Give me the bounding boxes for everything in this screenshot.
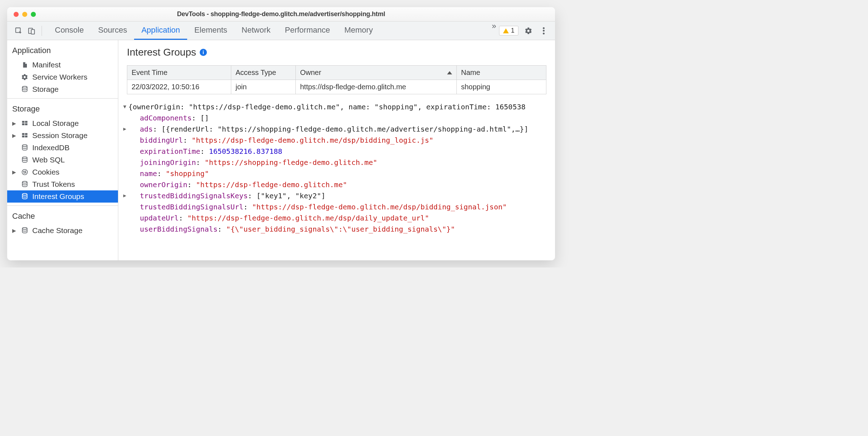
svg-rect-4: [22, 121, 25, 123]
svg-point-12: [22, 145, 27, 147]
device-toolbar-icon[interactable]: [26, 25, 37, 37]
info-icon[interactable]: i: [200, 49, 207, 56]
tab-memory[interactable]: Memory: [337, 22, 380, 40]
svg-point-13: [22, 157, 27, 159]
minimize-window-button[interactable]: [22, 12, 27, 17]
sidebar-item-label: Trust Tokens: [32, 180, 75, 189]
sidebar-item-label: Session Storage: [32, 131, 87, 140]
content-area: ApplicationManifestService WorkersStorag…: [7, 40, 555, 260]
more-options-icon[interactable]: [539, 26, 549, 35]
close-window-button[interactable]: [14, 12, 19, 17]
devtools-window: DevTools - shopping-fledge-demo.glitch.m…: [7, 7, 555, 260]
svg-point-18: [25, 172, 26, 173]
sidebar-item-cookies[interactable]: ▶Cookies: [7, 166, 118, 178]
svg-point-14: [22, 170, 28, 175]
tab-console[interactable]: Console: [48, 22, 91, 40]
object-viewer: ▼{ownerOrigin: "https://dsp-fledge-demo.…: [118, 94, 555, 235]
table-header-event-time[interactable]: Event Time: [127, 66, 231, 80]
object-line: ownerOrigin: "https://dsp-fledge-demo.gl…: [121, 179, 555, 190]
svg-rect-10: [22, 136, 25, 137]
toggle-icon[interactable]: ▶: [121, 190, 128, 200]
sidebar-item-label: Local Storage: [32, 119, 79, 128]
sidebar-item-label: Interest Groups: [32, 192, 84, 201]
tab-performance[interactable]: Performance: [278, 22, 337, 40]
table-header-owner[interactable]: Owner: [296, 66, 457, 80]
object-line: trustedBiddingSignalsUrl: "https://dsp-f…: [121, 202, 555, 213]
svg-point-19: [22, 181, 27, 183]
sort-caret-icon: [447, 71, 452, 74]
db-icon: [21, 144, 29, 152]
table-cell: https://dsp-fledge-demo.glitch.me: [296, 80, 457, 94]
db-icon: [21, 193, 29, 200]
svg-point-17: [24, 173, 24, 174]
table-header-name[interactable]: Name: [457, 66, 546, 80]
more-tabs-icon[interactable]: »: [487, 22, 499, 40]
table-cell: join: [231, 80, 296, 94]
sidebar-item-label: Cookies: [32, 168, 60, 176]
svg-point-15: [24, 171, 24, 172]
sidebar-item-label: Cache Storage: [32, 226, 82, 235]
sidebar-item-trust-tokens[interactable]: Trust Tokens: [7, 178, 118, 190]
table-cell: shopping: [457, 80, 546, 94]
warning-icon: [503, 28, 509, 33]
svg-point-3: [22, 86, 27, 88]
svg-rect-2: [31, 29, 34, 34]
svg-rect-6: [22, 123, 25, 125]
db-icon: [21, 180, 29, 188]
sidebar-item-storage[interactable]: Storage: [7, 83, 118, 95]
titlebar: DevTools - shopping-fledge-demo.glitch.m…: [7, 7, 555, 22]
tab-network[interactable]: Network: [234, 22, 278, 40]
tab-elements[interactable]: Elements: [187, 22, 234, 40]
svg-rect-5: [25, 121, 28, 123]
sidebar-group-storage: Storage: [7, 99, 118, 117]
toggle-icon[interactable]: ▶: [121, 124, 128, 133]
db-icon: [21, 227, 29, 234]
inspect-element-icon[interactable]: [13, 25, 24, 37]
sidebar-item-manifest[interactable]: Manifest: [7, 59, 118, 71]
warnings-badge[interactable]: 1: [499, 26, 518, 35]
grid-icon: [21, 119, 29, 127]
file-icon: [21, 61, 29, 69]
main-panel: Interest Groups i Event TimeAccess TypeO…: [118, 40, 555, 260]
sidebar-item-indexeddb[interactable]: IndexedDB: [7, 142, 118, 154]
sidebar-item-web-sql[interactable]: Web SQL: [7, 154, 118, 166]
table-row[interactable]: 22/03/2022, 10:50:16joinhttps://dsp-fled…: [127, 80, 546, 94]
expander-icon: ▶: [12, 120, 17, 126]
gear-icon: [21, 73, 29, 81]
maximize-window-button[interactable]: [31, 12, 36, 17]
sidebar-item-session-storage[interactable]: ▶Session Storage: [7, 129, 118, 142]
tab-sources[interactable]: Sources: [91, 22, 134, 40]
toggle-icon[interactable]: ▼: [121, 101, 128, 111]
sidebar-item-local-storage[interactable]: ▶Local Storage: [7, 117, 118, 129]
toggle-icon: [121, 135, 128, 136]
svg-rect-8: [22, 133, 25, 135]
toggle-icon: [121, 113, 128, 114]
sidebar-item-label: IndexedDB: [32, 143, 70, 152]
panel-tabs: ConsoleSourcesApplicationElementsNetwork…: [48, 22, 487, 40]
sidebar-item-interest-groups[interactable]: Interest Groups: [7, 190, 118, 203]
object-line: updateUrl: "https://dsp-fledge-demo.glit…: [121, 213, 555, 224]
svg-rect-11: [25, 136, 28, 137]
sidebar-item-service-workers[interactable]: Service Workers: [7, 71, 118, 83]
toggle-icon: [121, 157, 128, 158]
toggle-icon: [121, 168, 128, 170]
table-header-access-type[interactable]: Access Type: [231, 66, 296, 80]
toggle-icon: [121, 146, 128, 147]
grid-icon: [21, 132, 29, 139]
window-title: DevTools - shopping-fledge-demo.glitch.m…: [7, 10, 555, 18]
svg-rect-9: [25, 133, 28, 135]
sidebar-item-cache-storage[interactable]: ▶Cache Storage: [7, 224, 118, 237]
object-line: name: "shopping": [121, 168, 555, 179]
events-table: Event TimeAccess TypeOwnerName 22/03/202…: [127, 65, 546, 94]
object-line[interactable]: ▼{ownerOrigin: "https://dsp-fledge-demo.…: [121, 101, 555, 113]
sidebar-group-application: Application: [7, 40, 118, 59]
tab-application[interactable]: Application: [134, 22, 187, 40]
object-line[interactable]: ▶trustedBiddingSignalsKeys: ["key1", "ke…: [121, 190, 555, 202]
warnings-count: 1: [511, 27, 514, 34]
db-icon: [21, 85, 29, 93]
object-line: userBiddingSignals: "{\"user_bidding_sig…: [121, 224, 555, 235]
object-line[interactable]: ▶ads: [{renderUrl: "https://shopping-fle…: [121, 124, 555, 135]
svg-point-16: [25, 171, 26, 172]
toolbar-divider: [42, 26, 42, 36]
settings-icon[interactable]: [523, 27, 533, 35]
